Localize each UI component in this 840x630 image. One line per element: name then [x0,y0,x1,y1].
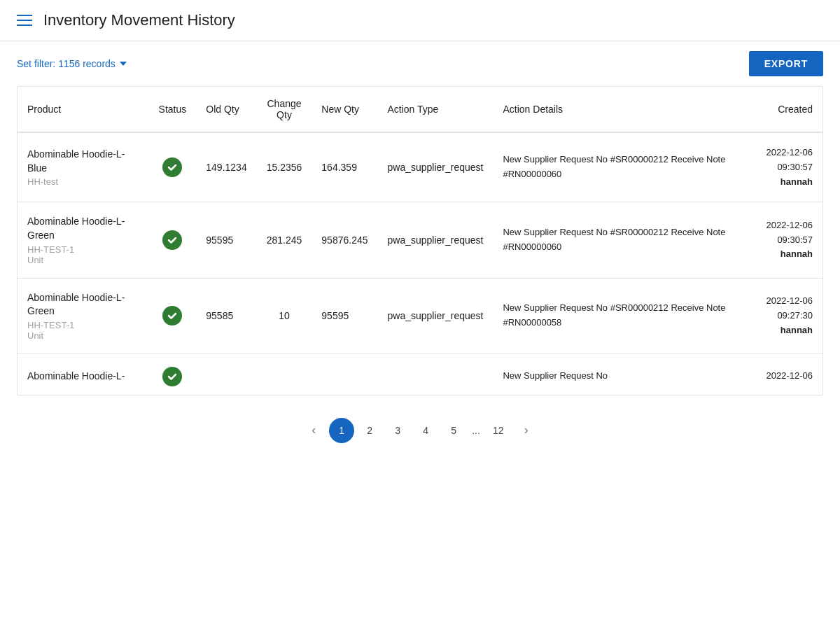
table-row: Abominable Hoodie-L-BlueHH-test 149.1234… [18,132,822,202]
action-details-text: New Supplier Request No #SR00000212 Rece… [503,153,746,182]
page-5-button[interactable]: 5 [441,418,466,443]
cell-action-details: New Supplier Request No [493,354,756,395]
pagination: ‹ 1 2 3 4 5 ... 12 › [0,407,840,460]
table-header-row: Product Status Old Qty ChangeQty New Qty… [18,87,822,132]
cell-new-qty: 95595 [312,278,377,354]
cell-status [149,278,197,354]
filter-button[interactable]: Set filter: 1156 records [17,58,127,69]
menu-icon[interactable] [17,15,32,26]
col-product: Product [18,87,149,132]
cell-old-qty: 95585 [196,278,256,354]
product-unit: Unit [27,255,139,265]
cell-change-qty: 281.245 [257,202,312,278]
page-1-button[interactable]: 1 [329,418,354,443]
cell-created: 2022-12-0609:27:30hannah [756,278,822,354]
cell-action-type [378,354,493,395]
created-info: 2022-12-06 [766,369,813,384]
cell-status [149,354,197,395]
cell-action-details: New Supplier Request No #SR00000212 Rece… [493,278,756,354]
action-details-text: New Supplier Request No #SR00000212 Rece… [503,301,746,330]
cell-action-type: pwa_supplier_request [378,202,493,278]
created-info: 2022-12-0609:30:57hannah [766,146,813,189]
cell-change-qty [257,354,312,395]
cell-old-qty [196,354,256,395]
product-sku: HH-TEST-1 [27,320,139,330]
col-status: Status [149,87,197,132]
table-row: Abominable Hoodie-L-GreenHH-TEST-1Unit 9… [18,202,822,278]
cell-new-qty: 164.359 [312,132,377,202]
col-new-qty: New Qty [312,87,377,132]
created-time: 09:30:57 [766,233,813,248]
product-name: Abominable Hoodie-L-Green [27,215,139,242]
product-sku: HH-test [27,176,139,187]
cell-action-details: New Supplier Request No #SR00000212 Rece… [493,132,756,202]
status-check-icon [162,306,182,326]
cell-status [149,132,197,202]
table-row: Abominable Hoodie-L- New Supplier Reques… [18,354,822,395]
cell-new-qty [312,354,377,395]
col-action-type: Action Type [378,87,493,132]
product-sku: HH-TEST-1 [27,244,139,255]
created-date: 2022-12-06 [766,294,813,309]
col-old-qty: Old Qty [196,87,256,132]
app-header: Inventory Movement History [0,0,840,41]
filter-label: Set filter: 1156 records [17,58,115,69]
cell-product: Abominable Hoodie-L-BlueHH-test [18,132,149,202]
action-details-text: New Supplier Request No #SR00000212 Rece… [503,225,746,255]
created-date: 2022-12-06 [766,146,813,160]
prev-page-button[interactable]: ‹ [301,418,326,443]
created-time: 09:30:57 [766,160,813,175]
page-12-button[interactable]: 12 [486,418,511,443]
col-change-qty: ChangeQty [257,87,312,132]
next-page-button[interactable]: › [514,418,539,443]
cell-action-details: New Supplier Request No #SR00000212 Rece… [493,202,756,278]
chevron-down-icon [120,62,127,66]
export-button[interactable]: EXPORT [749,51,823,76]
product-unit: Unit [27,330,139,341]
pagination-ellipsis: ... [469,418,483,443]
cell-created: 2022-12-0609:30:57hannah [756,132,822,202]
status-check-icon [162,367,182,386]
cell-old-qty: 95595 [196,202,256,278]
created-info: 2022-12-0609:30:57hannah [766,218,813,262]
table-row: Abominable Hoodie-L-GreenHH-TEST-1Unit 9… [18,278,822,354]
action-details-text: New Supplier Request No [503,369,746,384]
status-check-icon [162,230,182,250]
created-user: hannah [766,247,813,262]
page-4-button[interactable]: 4 [413,418,438,443]
page-title: Inventory Movement History [43,11,235,29]
page-2-button[interactable]: 2 [357,418,382,443]
created-user: hannah [766,323,813,338]
cell-old-qty: 149.1234 [196,132,256,202]
created-date: 2022-12-06 [766,369,813,384]
cell-new-qty: 95876.245 [312,202,377,278]
cell-product: Abominable Hoodie-L- [18,354,149,395]
cell-product: Abominable Hoodie-L-GreenHH-TEST-1Unit [18,202,149,278]
product-name: Abominable Hoodie-L-Green [27,291,139,318]
cell-change-qty: 10 [257,278,312,354]
cell-created: 2022-12-06 [756,354,822,395]
cell-created: 2022-12-0609:30:57hannah [756,202,822,278]
col-action-details: Action Details [493,87,756,132]
col-created: Created [756,87,822,132]
created-date: 2022-12-06 [766,218,813,233]
status-check-icon [162,158,182,177]
cell-action-type: pwa_supplier_request [378,278,493,354]
data-table: Product Status Old Qty ChangeQty New Qty… [17,86,823,396]
product-name: Abominable Hoodie-L-Blue [27,148,139,175]
created-info: 2022-12-0609:27:30hannah [766,294,813,337]
cell-change-qty: 15.2356 [257,132,312,202]
product-name: Abominable Hoodie-L- [27,370,139,384]
created-user: hannah [766,175,813,190]
toolbar: Set filter: 1156 records EXPORT [0,41,840,86]
created-time: 09:27:30 [766,309,813,323]
cell-product: Abominable Hoodie-L-GreenHH-TEST-1Unit [18,278,149,354]
page-3-button[interactable]: 3 [385,418,410,443]
cell-action-type: pwa_supplier_request [378,132,493,202]
cell-status [149,202,197,278]
